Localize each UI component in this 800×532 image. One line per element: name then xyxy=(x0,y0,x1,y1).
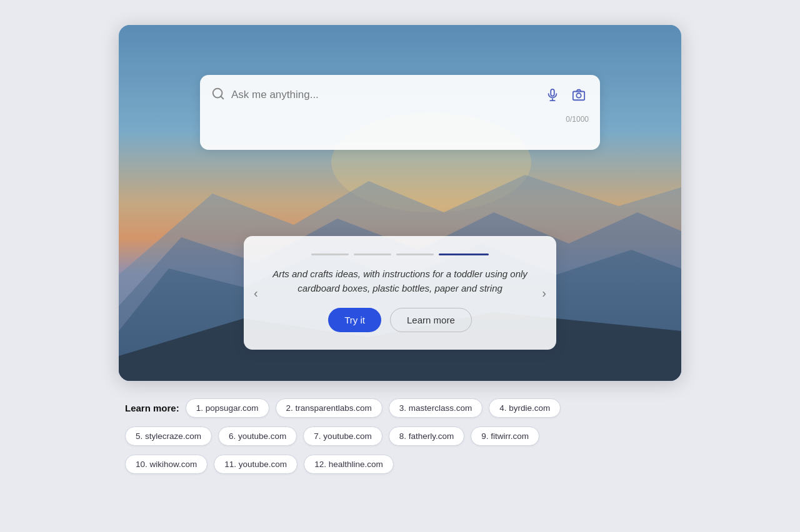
dot-3 xyxy=(396,254,434,255)
next-arrow[interactable]: › xyxy=(538,282,550,303)
link-chip-12[interactable]: 12. healthline.com xyxy=(304,455,394,474)
svg-point-12 xyxy=(576,93,581,97)
try-it-button[interactable]: Try it xyxy=(328,308,381,332)
search-box: 0/1000 xyxy=(200,75,600,150)
suggestion-text: Arts and crafts ideas, with instructions… xyxy=(269,267,531,296)
link-chip-11[interactable]: 11. youtube.com xyxy=(214,455,298,474)
bottom-section: Learn more: 1. popsugar.com 2. transpare… xyxy=(119,398,681,483)
link-chip-4[interactable]: 4. byrdie.com xyxy=(489,398,561,418)
dot-4-active xyxy=(439,254,489,255)
links-row-1: Learn more: 1. popsugar.com 2. transpare… xyxy=(125,398,675,418)
svg-rect-8 xyxy=(551,89,554,96)
links-row-3: 10. wikihow.com 11. youtube.com 12. heal… xyxy=(125,455,675,474)
dot-2 xyxy=(354,254,391,255)
link-chip-5[interactable]: 5. stylecraze.com xyxy=(125,426,212,446)
dot-1 xyxy=(311,254,349,255)
link-chip-3[interactable]: 3. masterclass.com xyxy=(389,398,482,418)
link-chip-10[interactable]: 10. wikihow.com xyxy=(125,455,208,474)
link-chip-8[interactable]: 8. fatherly.com xyxy=(389,426,465,446)
svg-line-7 xyxy=(221,96,223,99)
link-chip-2[interactable]: 2. transparentlabs.com xyxy=(276,398,382,418)
prev-arrow[interactable]: ‹ xyxy=(250,282,262,303)
progress-dots xyxy=(269,254,531,255)
learn-more-button[interactable]: Learn more xyxy=(390,308,472,332)
links-row-2: 5. stylecraze.com 6. youtube.com 7. yout… xyxy=(125,426,675,446)
search-input[interactable] xyxy=(231,89,536,101)
mic-icon[interactable] xyxy=(542,85,562,105)
main-card: 0/1000 ‹ › Arts and crafts ideas, with i… xyxy=(119,25,681,381)
link-chip-1[interactable]: 1. popsugar.com xyxy=(186,398,269,418)
suggestion-buttons: Try it Learn more xyxy=(269,308,531,332)
link-chip-7[interactable]: 7. youtube.com xyxy=(303,426,382,446)
link-chip-6[interactable]: 6. youtube.com xyxy=(218,426,297,446)
char-count: 0/1000 xyxy=(211,111,589,124)
suggestion-card: ‹ › Arts and crafts ideas, with instruct… xyxy=(244,236,556,350)
link-chip-9[interactable]: 9. fitwirr.com xyxy=(471,426,539,446)
search-area: 0/1000 xyxy=(200,75,600,150)
search-icon xyxy=(211,87,225,104)
camera-icon[interactable] xyxy=(569,85,589,105)
learn-more-label: Learn more: xyxy=(125,403,179,413)
